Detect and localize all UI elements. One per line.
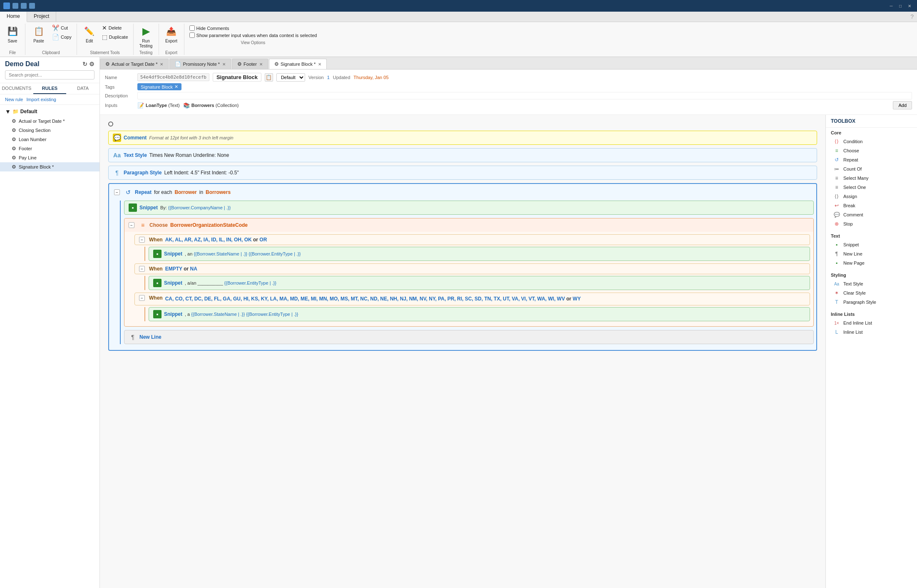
testing-items: ▶ RunTesting — [137, 24, 155, 50]
new-rule-link[interactable]: New rule — [5, 97, 23, 102]
toolbox-end-inline[interactable]: 1× End Inline List — [831, 318, 912, 327]
tree-group-default[interactable]: ▼ 📁 Default — [0, 107, 99, 117]
textstyle-block[interactable]: Aa Text Style Times New Roman Underline:… — [108, 148, 817, 162]
refresh-icon[interactable]: ↻ — [82, 61, 87, 67]
settings-icon[interactable]: ⚙ — [89, 61, 94, 67]
toolbox-condition[interactable]: ⟨⟩ Condition — [831, 137, 912, 146]
tb-btn-1[interactable] — [12, 3, 18, 9]
comment-block[interactable]: 💬 Comment Format at 12pt font with 3 inc… — [108, 131, 817, 145]
run-button[interactable]: ▶ RunTesting — [137, 24, 155, 50]
sidebar-item-footer[interactable]: ⚙ Footer — [0, 144, 99, 153]
tab-label-3: Footer — [244, 62, 257, 67]
toolbox-selectmany[interactable]: ≡ Select Many — [831, 174, 912, 183]
toolbox-newpage[interactable]: ▪ New Page — [831, 258, 912, 268]
toolbox-core-label: Core — [831, 130, 912, 135]
tab-promissory[interactable]: 📄 Promissory Note * ✕ — [169, 59, 231, 69]
toolbox-countof[interactable]: ≔ Count Of — [831, 164, 912, 174]
when-snippet-1[interactable]: ▪ Snippet , an {{Borrower.StateName | .}… — [149, 247, 810, 261]
sidebar-item-signature[interactable]: ⚙ Signature Block * — [0, 162, 99, 171]
snippet-by-block[interactable]: ▪ Snippet By: {{Borrower.CompanyName | .… — [124, 201, 814, 215]
help-button[interactable]: ? — [907, 12, 917, 22]
newline-block[interactable]: ¶ New Line — [124, 330, 814, 344]
choose-collapse-btn[interactable]: − — [129, 222, 134, 228]
toolbox-newline[interactable]: ¶ New Line — [831, 249, 912, 258]
sidebar-nav-data[interactable]: DATA — [66, 83, 99, 94]
app-icon — [3, 2, 10, 9]
parastyle-tb-icon: T — [833, 299, 840, 305]
tab-actual-date[interactable]: ⚙ Actual or Target Date * ✕ — [100, 59, 169, 69]
when-snippet-3[interactable]: ▪ Snippet , a {{Borrower.StateName | .}}… — [149, 307, 810, 321]
paste-button[interactable]: 📋 Paste — [29, 24, 49, 45]
textstyle-tb-icon: Aa — [833, 280, 840, 287]
toolbox-repeat[interactable]: ↺ Repeat — [831, 155, 912, 164]
close-button[interactable]: ✕ — [905, 2, 914, 10]
when-collapse-3[interactable]: − — [139, 295, 145, 301]
add-input-button[interactable]: Add — [893, 101, 912, 109]
repeat-collapse-btn[interactable]: − — [114, 189, 120, 195]
duplicate-button[interactable]: ⬚ Duplicate — [100, 33, 130, 41]
show-params-checkbox[interactable] — [189, 32, 195, 38]
toolbox-assign[interactable]: ⟨⟩ Assign — [831, 192, 912, 201]
sidebar-item-payline[interactable]: ⚙ Pay Line — [0, 153, 99, 162]
toolbox-snippet[interactable]: ▪ Snippet — [831, 240, 912, 249]
delete-button[interactable]: ✕ Delete — [100, 24, 130, 32]
export-button[interactable]: 📤 Export — [162, 24, 181, 45]
export-group-label: Export — [165, 50, 177, 55]
sidebar-nav-rules[interactable]: RULES — [33, 83, 67, 94]
toolbox-selectone[interactable]: ≡ Select One — [831, 183, 912, 192]
sidebar-item-loan[interactable]: ⚙ Loan Number — [0, 135, 99, 144]
tag-remove-btn[interactable]: ✕ — [174, 84, 178, 89]
newline-keyword: New Line — [139, 334, 162, 340]
choose-block[interactable]: − ≡ Choose BorrowerOrganizationStateCode… — [124, 218, 814, 327]
when-collapse-1[interactable]: − — [139, 237, 145, 243]
minimize-button[interactable]: ─ — [887, 2, 895, 10]
toolbox-parastyle[interactable]: T Paragraph Style — [831, 298, 912, 307]
sidebar-item-actual-date[interactable]: ⚙ Actual or Target Date * — [0, 117, 99, 126]
delete-duplicate-group: ✕ Delete ⬚ Duplicate — [100, 24, 130, 41]
toolbox-textstyle[interactable]: Aa Text Style — [831, 279, 912, 288]
sidebar-tree: ▼ 📁 Default ⚙ Actual or Target Date * ⚙ … — [0, 105, 99, 588]
toolbox-clearstyle[interactable]: ✶ Clear Style — [831, 288, 912, 298]
tab-signature[interactable]: ⚙ Signature Block * ✕ — [269, 59, 327, 69]
parastyle-block[interactable]: ¶ Paragraph Style Left Indent: 4.5" Firs… — [108, 166, 817, 180]
copy-button[interactable]: 📄 Copy — [50, 33, 73, 41]
tab-project[interactable]: Project — [27, 12, 56, 22]
tab-home[interactable]: Home — [0, 12, 27, 22]
toolbox-stop[interactable]: ⊗ Stop — [831, 219, 912, 228]
tab-close-3[interactable]: ✕ — [259, 62, 263, 67]
comment-tb-icon: 💬 — [833, 211, 840, 218]
tab-close-2[interactable]: ✕ — [222, 62, 226, 67]
edit-button[interactable]: ✏️ Edit — [80, 24, 99, 45]
when-section-3: − When CA, CO, CT, DC, DE, FL, GA, GU, H… — [134, 293, 810, 321]
toolbox-scroll-area: Core ⟨⟩ Condition ≡ Choose ↺ — [826, 128, 917, 588]
ribbon-group-statement: ✏️ Edit ✕ Delete ⬚ Duplicate Statement T… — [77, 24, 134, 55]
break-icon: ↩ — [833, 202, 840, 209]
tab-close-1[interactable]: ✕ — [160, 62, 163, 67]
cut-button[interactable]: ✂️ Cut — [50, 24, 73, 32]
tb-btn-3[interactable] — [29, 3, 35, 9]
search-input[interactable] — [5, 70, 94, 79]
doc-default-select[interactable]: Default — [276, 73, 305, 82]
parastyle-icon: ¶ — [113, 169, 121, 177]
maximize-button[interactable]: □ — [896, 2, 905, 10]
repeat-block[interactable]: − ↺ Repeat for each Borrower in Borrower… — [108, 183, 817, 351]
tab-footer[interactable]: ⚙ Footer ✕ — [232, 59, 268, 69]
toolbox-inline-list[interactable]: L Inline List — [831, 327, 912, 337]
import-existing-link[interactable]: Import existing — [26, 97, 56, 102]
sidebar-item-closing[interactable]: ⚙ Closing Section — [0, 126, 99, 135]
sidebar-title-text: Demo Deal — [5, 60, 40, 68]
toolbox-choose[interactable]: ≡ Choose — [831, 146, 912, 155]
description-input[interactable] — [137, 92, 912, 99]
hide-comments-checkbox[interactable] — [189, 25, 195, 31]
toolbox-styling-label: Styling — [831, 273, 912, 278]
tab-close-4[interactable]: ✕ — [318, 62, 321, 67]
doc-copy-btn[interactable]: 📋 — [265, 73, 273, 82]
tb-btn-2[interactable] — [21, 3, 27, 9]
toolbox-break[interactable]: ↩ Break — [831, 201, 912, 210]
input-borrowers: 📚 Borrowers (Collection) — [183, 102, 239, 109]
toolbox-comment[interactable]: 💬 Comment — [831, 210, 912, 219]
when-collapse-2[interactable]: − — [139, 266, 145, 272]
when-snippet-2[interactable]: ▪ Snippet , a/an __________ {{Borrower.E… — [149, 276, 810, 290]
save-button[interactable]: 💾 Save — [3, 24, 22, 45]
sidebar-nav-documents[interactable]: DOCUMENTS — [0, 83, 33, 94]
